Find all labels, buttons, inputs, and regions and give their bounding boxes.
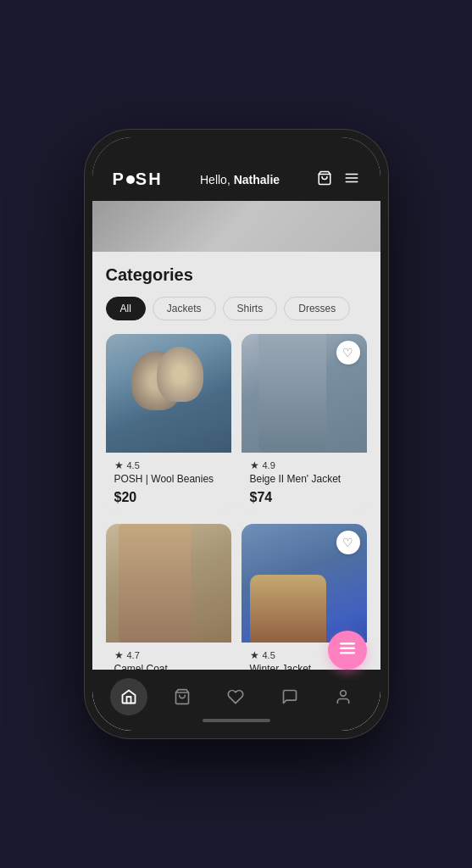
phone-frame: PSH Hello, Nathalie Categories All: [84, 129, 389, 739]
product-info: ★ 4.7 Camel Coat: [106, 643, 231, 670]
nav-basket[interactable]: [164, 678, 201, 715]
product-card[interactable]: ★ 4.7 Camel Coat: [106, 524, 231, 670]
rating-value: 4.5: [127, 460, 140, 470]
categories-title: Categories: [106, 265, 367, 285]
filter-jackets[interactable]: Jackets: [153, 297, 216, 320]
rating-value: 4.7: [127, 650, 140, 660]
rating-value: 4.9: [263, 460, 275, 470]
product-info: ★ 4.9 Beige II Men' Jacket $74: [242, 453, 367, 514]
wishlist-button[interactable]: ♡: [336, 341, 360, 364]
header-icons: [317, 170, 359, 189]
product-image: ♡: [242, 524, 367, 643]
fab-menu-icon: [340, 643, 355, 658]
nav-chat[interactable]: [271, 678, 308, 715]
svg-rect-6: [340, 652, 355, 654]
product-grid: ★ 4.5 POSH | Wool Beanies $20 ♡ ★: [106, 334, 367, 670]
star-icon: ★: [114, 459, 124, 471]
cart-icon[interactable]: [317, 170, 332, 189]
star-icon: ★: [114, 649, 124, 661]
rating-value: 4.5: [263, 650, 275, 660]
nav-home[interactable]: [110, 678, 147, 715]
filter-all[interactable]: All: [106, 297, 146, 320]
nav-wishlist[interactable]: [217, 678, 254, 715]
hero-banner: [92, 201, 380, 252]
svg-rect-4: [340, 643, 355, 645]
wishlist-button[interactable]: ♡: [336, 531, 360, 554]
product-card[interactable]: ★ 4.5 POSH | Wool Beanies $20: [106, 334, 231, 514]
product-price: $20: [114, 490, 223, 505]
product-info: ★ 4.5 POSH | Wool Beanies $20: [106, 453, 231, 514]
product-image: [106, 334, 231, 453]
product-image: ♡: [242, 334, 367, 453]
filter-dresses[interactable]: Dresses: [284, 297, 350, 320]
greeting-name: Nathalie: [234, 173, 280, 186]
product-price: $74: [250, 490, 358, 505]
product-rating: ★ 4.7: [114, 649, 223, 661]
product-name: Beige II Men' Jacket: [250, 473, 358, 487]
main-content: Categories All Jackets Shirts Dresses ★ …: [92, 252, 380, 670]
product-image: [106, 524, 231, 643]
category-filters: All Jackets Shirts Dresses: [106, 297, 367, 320]
svg-rect-5: [340, 648, 355, 650]
product-name: POSH | Wool Beanies: [114, 473, 223, 487]
fab-menu-button[interactable]: [328, 631, 367, 670]
product-card[interactable]: ♡ ★ 4.9 Beige II Men' Jacket $74: [242, 334, 367, 514]
filter-shirts[interactable]: Shirts: [223, 297, 278, 320]
product-rating: ★ 4.9: [250, 459, 358, 471]
product-rating: ★ 4.5: [114, 459, 223, 471]
nav-profile[interactable]: [325, 678, 362, 715]
app-logo: PSH: [113, 170, 163, 189]
svg-point-8: [341, 691, 347, 697]
menu-icon[interactable]: [344, 170, 359, 189]
greeting: Hello, Nathalie: [200, 173, 280, 186]
star-icon: ★: [250, 459, 259, 471]
phone-screen: PSH Hello, Nathalie Categories All: [92, 137, 380, 731]
home-indicator: [203, 719, 270, 722]
notch: [186, 137, 287, 161]
star-icon: ★: [250, 649, 259, 661]
product-name: Camel Coat: [114, 663, 223, 670]
